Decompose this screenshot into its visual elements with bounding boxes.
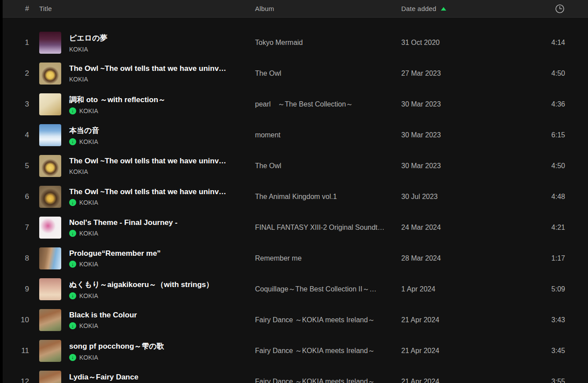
track-number: 3: [0, 100, 39, 109]
track-row[interactable]: 5 The Owl ~The owl tells that we have un…: [0, 151, 588, 181]
downloaded-icon: ↓: [69, 138, 76, 145]
track-duration: 3:45: [517, 347, 588, 355]
track-number: 12: [0, 377, 39, 383]
pearl-cover: [39, 93, 61, 115]
track-date-added: 1 Apr 2024: [401, 285, 517, 293]
track-duration: 4:21: [517, 224, 588, 232]
track-date-added: 31 Oct 2020: [401, 39, 517, 47]
track-artist[interactable]: KOKIA: [69, 76, 88, 83]
track-title[interactable]: 本当の音: [69, 125, 99, 136]
track-date-added: 30 Mar 2023: [401, 131, 517, 139]
sort-ascending-icon: [441, 7, 446, 11]
track-number: 2: [0, 69, 39, 78]
track-row[interactable]: 8 Prologue“Remember me” ↓ KOKIA Remember…: [0, 243, 588, 274]
track-row[interactable]: 11 song pf pocchong～雫の歌 ↓ KOKIA Fairy Da…: [0, 335, 588, 366]
track-row[interactable]: 4 本当の音 ↓ KOKIA moment 30 Mar 2023 6:15: [0, 120, 588, 151]
track-album[interactable]: Fairy Dance ～KOKIA meets Ireland～: [255, 377, 401, 383]
track-album[interactable]: pearl ～The Best Collection～: [255, 100, 401, 109]
track-row[interactable]: 9 ぬくもり～aigakikoeru～（with strings） ↓ KOKI…: [0, 274, 588, 305]
track-row[interactable]: 6 The Owl ~The owl tells that we have un…: [0, 181, 588, 212]
track-title[interactable]: Black is the Colour: [69, 311, 137, 320]
track-title[interactable]: ぬくもり～aigakikoeru～（with strings）: [69, 280, 213, 290]
final-fantasy-xiii-2-cover: [39, 217, 61, 239]
track-number: 7: [0, 223, 39, 232]
track-number: 8: [0, 254, 39, 263]
track-date-added: 21 Apr 2024: [401, 378, 517, 383]
the-animal-kingdom-cover: [39, 186, 61, 208]
track-duration: 3:55: [517, 378, 588, 383]
download-arrow-glyph: ↓: [71, 293, 74, 298]
track-row[interactable]: 3 調和 oto ～with reflection～ ↓ KOKIA pearl…: [0, 89, 588, 120]
track-number: 11: [0, 346, 39, 355]
track-row[interactable]: 10 Black is the Colour ↓ KOKIA Fairy Dan…: [0, 305, 588, 335]
track-album[interactable]: The Owl: [255, 162, 401, 170]
track-album[interactable]: Coquillage～The Best Collection II～…: [255, 285, 401, 294]
track-title[interactable]: Prologue“Remember me”: [69, 249, 161, 258]
track-title[interactable]: The Owl ~The owl tells that we have unin…: [69, 64, 226, 73]
column-header-date-added[interactable]: Date added: [401, 5, 436, 12]
downloaded-icon: ↓: [69, 322, 76, 329]
column-header-number: #: [0, 5, 39, 13]
track-number: 9: [0, 285, 39, 294]
track-number: 6: [0, 192, 39, 201]
download-arrow-glyph: ↓: [71, 261, 74, 266]
track-artist[interactable]: KOKIA: [79, 292, 98, 299]
track-artist[interactable]: KOKIA: [79, 199, 98, 206]
track-artist[interactable]: KOKIA: [79, 261, 98, 268]
track-album[interactable]: Fairy Dance ～KOKIA meets Ireland～: [255, 346, 401, 356]
downloaded-icon: ↓: [69, 261, 76, 268]
track-title[interactable]: ピエロの夢: [69, 33, 107, 43]
track-number: 10: [0, 316, 39, 324]
track-title[interactable]: The Owl ~The owl tells that we have unin…: [69, 157, 226, 166]
remember-me-cover: [39, 247, 61, 269]
track-album[interactable]: FINAL FANTASY XIII-2 Original Soundt…: [255, 224, 401, 232]
track-album[interactable]: Fairy Dance ～KOKIA meets Ireland～: [255, 316, 401, 325]
track-date-added: 30 Mar 2023: [401, 100, 517, 108]
track-row[interactable]: 7 Noel's Theme - Final Journey - ↓ KOKIA…: [0, 212, 588, 243]
track-title[interactable]: song pf pocchong～雫の歌: [69, 341, 164, 351]
column-header-title[interactable]: Title: [39, 5, 52, 12]
the-owl-cover: [39, 155, 61, 177]
track-artist[interactable]: KOKIA: [69, 46, 88, 53]
track-artist[interactable]: KOKIA: [69, 168, 88, 175]
column-header-album[interactable]: Album: [255, 5, 274, 12]
track-album[interactable]: moment: [255, 131, 401, 139]
track-artist[interactable]: KOKIA: [79, 354, 98, 361]
track-title[interactable]: The Owl ~The owl tells that we have unin…: [69, 188, 226, 196]
tokyo-mermaid-cover: [39, 32, 61, 54]
track-row[interactable]: 2 The Owl ~The owl tells that we have un…: [0, 58, 588, 89]
track-artist[interactable]: KOKIA: [79, 230, 98, 237]
track-title[interactable]: Noel's Theme - Final Journey -: [69, 218, 178, 227]
track-list: 1 ピエロの夢 ↓ KOKIA Tokyo Mermaid 31 Oct 202…: [0, 18, 588, 383]
track-row[interactable]: 12 Lydia～Fairy Dance ↓ KOKIA Fairy Dance…: [0, 366, 588, 383]
track-album[interactable]: The Animal Kingdom vol.1: [255, 193, 401, 201]
track-album[interactable]: Tokyo Mermaid: [255, 39, 401, 47]
track-row[interactable]: 1 ピエロの夢 ↓ KOKIA Tokyo Mermaid 31 Oct 202…: [0, 27, 588, 58]
window-left-edge: [0, 0, 3, 383]
track-number: 4: [0, 131, 39, 140]
track-date-added: 30 Jul 2023: [401, 193, 517, 201]
downloaded-icon: ↓: [69, 354, 76, 361]
track-album[interactable]: The Owl: [255, 70, 401, 77]
moment-cover: [39, 124, 61, 146]
track-date-added: 24 Mar 2024: [401, 224, 517, 232]
track-duration: 4:50: [517, 162, 588, 170]
track-number: 1: [0, 38, 39, 47]
track-artist[interactable]: KOKIA: [79, 322, 98, 329]
track-title[interactable]: 調和 oto ～with reflection～: [69, 95, 166, 105]
track-duration: 4:36: [517, 100, 588, 108]
downloaded-icon: ↓: [69, 292, 76, 299]
download-arrow-glyph: ↓: [71, 355, 74, 360]
track-duration: 4:50: [517, 70, 588, 77]
duration-clock-icon[interactable]: [555, 4, 565, 14]
fairy-dance-cover: [39, 371, 61, 383]
track-artist[interactable]: KOKIA: [79, 107, 98, 114]
download-arrow-glyph: ↓: [71, 200, 74, 205]
download-arrow-glyph: ↓: [71, 231, 74, 236]
track-artist[interactable]: KOKIA: [79, 138, 98, 145]
downloaded-icon: ↓: [69, 230, 76, 237]
track-title[interactable]: Lydia～Fairy Dance: [69, 372, 138, 382]
download-arrow-glyph: ↓: [71, 108, 74, 113]
the-owl-cover: [39, 63, 61, 85]
track-album[interactable]: Remember me: [255, 254, 401, 262]
